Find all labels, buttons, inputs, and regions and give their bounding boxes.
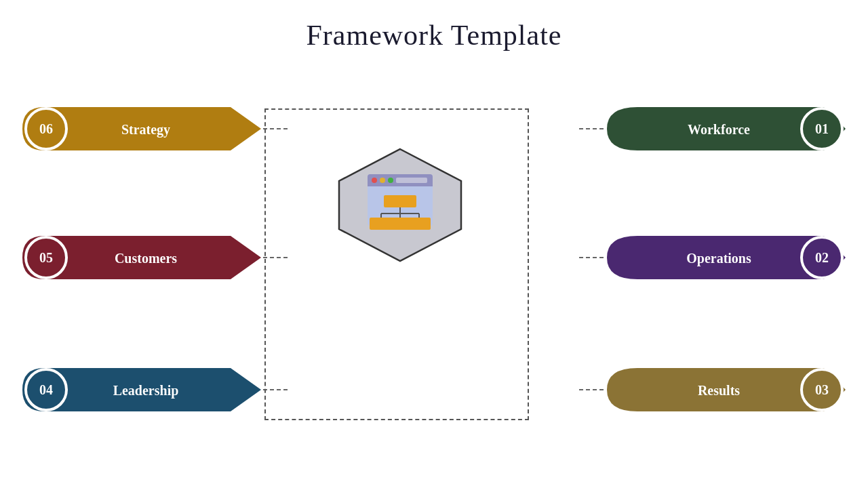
svg-point-6 (388, 178, 393, 183)
svg-point-4 (372, 178, 377, 183)
workforce-item: 01 Workforce (604, 105, 848, 155)
svg-text:06: 06 (39, 121, 53, 136)
center-hexagon (332, 146, 468, 264)
svg-text:Workforce: Workforce (688, 122, 750, 137)
svg-rect-8 (384, 195, 416, 207)
leadership-item: 04 Leadership (20, 366, 264, 416)
svg-text:Customers: Customers (115, 251, 177, 266)
svg-rect-7 (396, 178, 427, 183)
svg-text:02: 02 (815, 250, 829, 265)
diagram-container: 06 Strategy 05 Customers 04 Leadership (0, 68, 868, 474)
svg-text:04: 04 (39, 382, 53, 397)
page-title: Framework Template (0, 0, 868, 52)
svg-text:Operations: Operations (686, 251, 751, 266)
svg-text:Strategy: Strategy (121, 122, 170, 138)
customers-item: 05 Customers (20, 234, 264, 284)
svg-text:03: 03 (815, 382, 829, 397)
svg-text:05: 05 (39, 250, 53, 265)
operations-item: 02 Operations (604, 234, 848, 284)
svg-text:Leadership: Leadership (113, 383, 179, 399)
svg-text:01: 01 (815, 121, 829, 136)
svg-text:Results: Results (698, 383, 740, 398)
results-item: 03 Results (604, 366, 848, 416)
svg-point-5 (380, 178, 385, 183)
strategy-item: 06 Strategy (20, 105, 264, 155)
svg-rect-16 (408, 218, 431, 230)
